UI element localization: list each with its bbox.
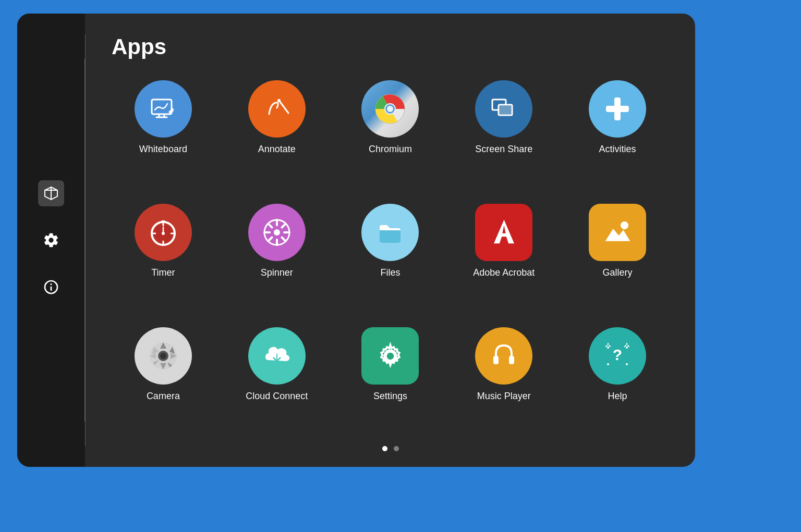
timer-icon [135,204,192,261]
spinner-label: Spinner [261,267,293,278]
musicplayer-icon [475,327,532,385]
svg-rect-19 [606,106,629,112]
app-item-musicplayer[interactable]: Music Player [452,327,555,435]
cloudconnect-icon [248,327,306,385]
svg-rect-46 [509,356,514,364]
svg-point-42 [160,353,166,359]
svg-text:?: ? [613,346,622,363]
whiteboard-label: Whiteboard [139,144,187,155]
files-label: Files [380,267,400,278]
app-item-timer[interactable]: Timer [112,204,215,312]
svg-rect-17 [500,106,511,114]
musicplayer-label: Music Player [477,391,531,402]
app-item-whiteboard[interactable]: Whiteboard [112,80,215,188]
svg-line-37 [282,224,285,227]
acrobat-icon [475,204,532,261]
help-label: Help [608,391,627,402]
sidebar [17,14,85,467]
screenshare-icon [475,80,532,138]
svg-point-48 [607,347,609,349]
apps-grid: Whiteboard Annotate [112,80,669,436]
app-item-activities[interactable]: Activities [566,80,669,188]
svg-line-38 [268,237,272,241]
camera-label: Camera [147,391,180,402]
activities-label: Activities [599,144,636,155]
device-frame: Apps Whiteboard [17,14,695,467]
chromium-label: Chromium [369,144,412,155]
app-item-spinner[interactable]: Spinner [225,204,329,312]
gallery-label: Gallery [603,267,633,278]
pagination [112,446,669,451]
svg-point-14 [387,106,393,112]
svg-point-49 [626,347,628,349]
svg-rect-45 [493,356,499,364]
app-item-settings-app[interactable]: Settings [339,327,442,435]
app-item-cloudconnect[interactable]: Cloud Connect [225,327,329,435]
app-item-acrobat[interactable]: Adobe Acrobat [452,204,555,312]
pagination-dot-1[interactable] [382,446,387,451]
svg-point-39 [621,221,628,229]
app-item-chromium[interactable]: Chromium [339,80,442,188]
svg-line-36 [282,237,285,241]
files-icon [361,204,419,261]
svg-point-51 [626,363,628,365]
screenshare-label: Screen Share [475,144,532,155]
cloudconnect-label: Cloud Connect [246,391,308,402]
svg-rect-28 [161,220,165,222]
settings-app-icon [361,327,419,385]
sidebar-item-apps[interactable] [38,180,64,206]
main-content: Apps Whiteboard [86,14,695,467]
camera-icon [135,327,192,385]
settings-app-label: Settings [373,391,407,402]
sidebar-item-settings[interactable] [38,227,64,253]
app-item-camera[interactable]: Camera [112,327,215,435]
annotate-label: Annotate [258,144,296,155]
page-title: Apps [112,34,669,59]
sidebar-item-info[interactable] [38,274,64,300]
activities-icon [589,80,646,138]
chromium-icon [361,80,419,138]
svg-point-44 [386,351,395,360]
whiteboard-icon [135,80,192,138]
pagination-dot-2[interactable] [394,446,399,451]
svg-point-30 [274,229,280,236]
app-item-help[interactable]: ? Help [566,327,669,435]
timer-label: Timer [151,267,175,278]
gallery-icon [589,204,646,261]
svg-point-9 [277,99,281,102]
app-item-files[interactable]: Files [339,204,442,312]
spinner-icon [248,204,306,261]
svg-point-50 [607,363,609,365]
svg-line-8 [280,101,288,113]
app-item-annotate[interactable]: Annotate [225,80,329,188]
annotate-icon [248,80,306,138]
app-item-gallery[interactable]: Gallery [566,204,669,312]
svg-line-35 [268,224,272,227]
acrobat-label: Adobe Acrobat [473,267,535,278]
help-icon: ? [589,327,646,385]
app-item-screenshare[interactable]: Screen Share [452,80,555,188]
